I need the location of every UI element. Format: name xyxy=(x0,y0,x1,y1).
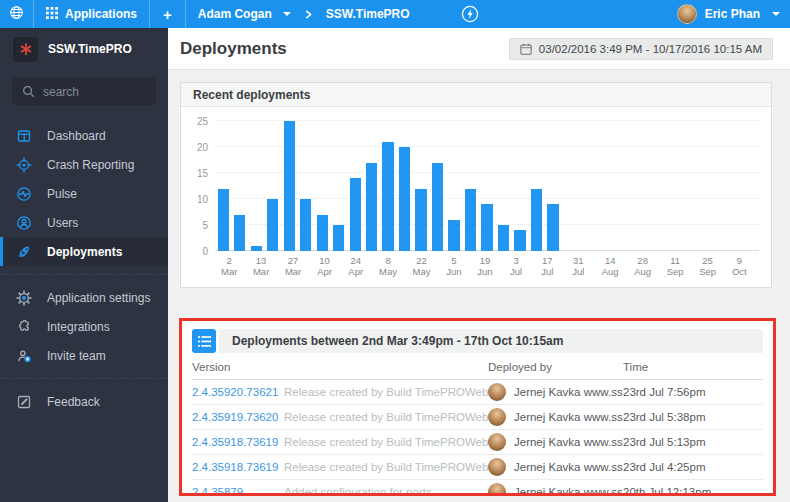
chart-bar[interactable] xyxy=(432,163,443,251)
add-application-button[interactable]: + xyxy=(150,6,185,23)
search-input[interactable] xyxy=(43,85,146,99)
x-tick-label xyxy=(524,255,540,279)
version-cell: 2.4.35918.73619Release created by Build … xyxy=(192,436,488,448)
sidebar-item-application-settings[interactable]: Application settings xyxy=(0,283,168,312)
page-header: Deployments 03/02/2016 3:49 PM - 10/17/2… xyxy=(168,28,790,70)
version-cell: 2.4.35879Added configuration for ports xyxy=(192,486,488,496)
x-tick-label xyxy=(586,255,602,279)
x-tick-label: 3Jul xyxy=(508,255,524,279)
app-logo-icon xyxy=(13,37,38,62)
lightning-bolt-icon[interactable] xyxy=(461,5,479,23)
x-tick-label xyxy=(555,255,571,279)
chart-bar-slot xyxy=(578,121,594,251)
sidebar-item-label: Crash Reporting xyxy=(47,158,134,172)
chart-bar[interactable] xyxy=(531,189,542,251)
version-link[interactable]: 2.4.35920.73621 xyxy=(192,386,284,398)
deployed-by-cell: Jernej Kavka www.ss... xyxy=(488,383,623,401)
chart-bar-slot xyxy=(429,121,445,251)
list-icon[interactable] xyxy=(192,329,216,353)
chart-bar[interactable] xyxy=(481,204,492,251)
time-cell: 23rd Jul 5:13pm xyxy=(623,436,763,448)
deployer-avatar xyxy=(488,483,506,496)
chart-x-axis: 2Mar13Mar27Mar10Apr24Apr8May22May5Jun19J… xyxy=(221,255,747,279)
chart-bar-slot xyxy=(561,121,577,251)
chart-bar[interactable] xyxy=(382,142,393,251)
chart-bar[interactable] xyxy=(498,225,509,251)
column-header-deployed-by: Deployed by xyxy=(488,361,623,373)
deployed-by-cell: Jernej Kavka www.ss... xyxy=(488,433,623,451)
sidebar-item-invite-team[interactable]: Invite team xyxy=(0,341,168,370)
applications-menu[interactable]: Applications xyxy=(34,0,149,28)
release-description: Release created by Build TimePROWebUI.CD… xyxy=(284,461,488,473)
chart-bar[interactable] xyxy=(267,199,278,251)
version-link[interactable]: 2.4.35919.73620 xyxy=(192,411,284,423)
deployed-by-cell: Jernej Kavka www.ss... xyxy=(488,483,623,496)
deployer-name: Jernej Kavka www.ss... xyxy=(514,436,623,448)
chart-bar[interactable] xyxy=(366,163,377,251)
account-menu[interactable]: Eric Phan xyxy=(677,0,790,28)
sidebar-item-integrations[interactable]: Integrations xyxy=(0,312,168,341)
chart-bar[interactable] xyxy=(448,220,459,251)
x-tick-label xyxy=(301,255,317,279)
version-link[interactable]: 2.4.35918.73619 xyxy=(192,436,284,448)
chart-bar[interactable] xyxy=(465,189,476,251)
chart-bar[interactable] xyxy=(350,178,361,251)
breadcrumb-app[interactable]: SSW.TimePRO xyxy=(314,0,422,28)
version-link[interactable]: 2.4.35879 xyxy=(192,486,284,496)
x-tick-label: 31Jul xyxy=(571,255,587,279)
chart-bar-slot xyxy=(479,121,495,251)
sidebar-item-users[interactable]: Users xyxy=(0,208,168,237)
sidebar-item-pulse[interactable]: Pulse xyxy=(0,179,168,208)
workspace-name: Adam Cogan xyxy=(198,7,272,21)
chart-bar-slot xyxy=(594,121,610,251)
sidebar-item-dashboard[interactable]: Dashboard xyxy=(0,121,168,150)
sidebar-item-crash-reporting[interactable]: Crash Reporting xyxy=(0,150,168,179)
sidebar-item-feedback[interactable]: Feedback xyxy=(0,387,168,416)
chart-bar[interactable] xyxy=(218,189,229,251)
chart-bar-slot xyxy=(693,121,709,251)
version-link[interactable]: 2.4.35918.73619 xyxy=(192,461,284,473)
chart-bar[interactable] xyxy=(317,215,328,251)
table-body: 2.4.35920.73621Release created by Build … xyxy=(192,380,763,496)
sidebar-item-label: Integrations xyxy=(47,320,110,334)
chart-bar[interactable] xyxy=(300,199,311,251)
chart-bar-slot xyxy=(677,121,693,251)
chart-bar[interactable] xyxy=(234,215,245,251)
search-icon xyxy=(22,85,35,98)
user-name: Eric Phan xyxy=(705,7,760,21)
x-tick-label: 27Mar xyxy=(285,255,301,279)
y-tick-label: 25 xyxy=(197,116,208,127)
chart-bar[interactable] xyxy=(514,230,525,251)
date-range-label: 03/02/2016 3:49 PM - 10/17/2016 10:15 AM xyxy=(539,43,762,55)
release-description: Release created by Build TimePROWebUI.CD… xyxy=(284,411,488,423)
chart-plot xyxy=(215,121,759,251)
calendar-icon xyxy=(520,43,532,55)
sidebar-item-deployments[interactable]: Deployments xyxy=(0,237,168,266)
workspace-dropdown[interactable]: Adam Cogan xyxy=(186,0,303,28)
deploy-time: 23rd Jul 7:56pm xyxy=(623,386,705,398)
chart-bar[interactable] xyxy=(333,225,344,251)
chart-bar-slot xyxy=(611,121,627,251)
table-row[interactable]: 2.4.35879Added configuration for portsJe… xyxy=(192,480,763,496)
chart-bar[interactable] xyxy=(251,246,262,251)
date-range-picker[interactable]: 03/02/2016 3:49 PM - 10/17/2016 10:15 AM xyxy=(509,38,773,60)
chart-bar[interactable] xyxy=(415,189,426,251)
sidebar-search[interactable] xyxy=(12,78,156,105)
deploy-time: 23rd Jul 5:13pm xyxy=(623,436,705,448)
sidebar-app-header[interactable]: SSW.TimePRO xyxy=(0,28,168,70)
table-row[interactable]: 2.4.35918.73619Release created by Build … xyxy=(192,455,763,480)
chart-bar[interactable] xyxy=(399,147,410,251)
table-row[interactable]: 2.4.35919.73620Release created by Build … xyxy=(192,405,763,430)
sidebar-divider xyxy=(0,274,168,275)
table-row[interactable]: 2.4.35918.73619Release created by Build … xyxy=(192,430,763,455)
x-tick-label: 19Jun xyxy=(477,255,493,279)
column-header-time: Time xyxy=(623,361,763,373)
chart-bar[interactable] xyxy=(284,121,295,251)
chart-bar-slot xyxy=(347,121,363,251)
x-tick-label: 11Sep xyxy=(667,255,684,279)
chart-bar-slot xyxy=(710,121,726,251)
chart-bar[interactable] xyxy=(547,204,558,251)
table-row[interactable]: 2.4.35920.73621Release created by Build … xyxy=(192,380,763,405)
chevron-down-icon xyxy=(283,12,291,16)
globe-icon[interactable] xyxy=(0,5,33,23)
